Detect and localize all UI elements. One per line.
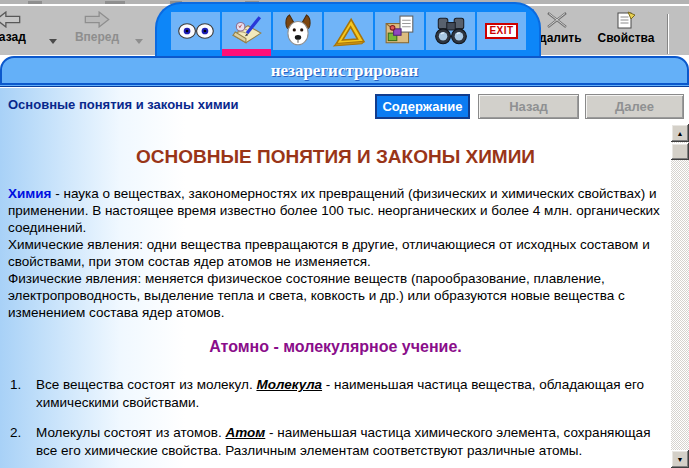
term-chemistry: Химия <box>8 186 51 201</box>
exit-label: EXIT <box>485 23 517 39</box>
back-label: Назад <box>0 30 42 44</box>
forward-arrow-icon <box>84 11 110 28</box>
page-back-button[interactable]: Назад <box>478 94 579 119</box>
forward-label: Вперед <box>62 30 132 44</box>
registration-banner: незарегистрирован <box>0 56 689 85</box>
content-area: Основные понятия и законы химии Содержан… <box>0 88 689 468</box>
lesson-text: ОСНОВНЫЕ ПОНЯТИЯ И ЗАКОНЫ ХИМИИ Химия - … <box>0 124 667 460</box>
registration-banner-text: незарегистрирован <box>2 58 687 83</box>
back-arrow-icon <box>0 11 21 28</box>
scroll-up-button[interactable]: ▲ <box>671 124 689 142</box>
eyes-icon[interactable] <box>171 12 220 50</box>
mail-photos-icon[interactable] <box>375 12 424 50</box>
section-heading: Атомно - молекулярное учение. <box>8 338 663 356</box>
properties-button[interactable]: Свойства <box>593 9 659 53</box>
toolbar-separator <box>667 14 669 54</box>
list-text-pre: Все вещества состоят из молекул. <box>36 377 256 392</box>
binoculars-icon[interactable] <box>426 12 475 50</box>
paragraph-chemistry: Химия - наука о веществах, закономерност… <box>8 185 663 236</box>
notebook-pen-icon[interactable] <box>222 12 271 50</box>
paragraph-chemical-phenomena: Химические явления: одни вещества превра… <box>8 236 663 270</box>
list-text-pre: Молекулы состоят из атомов. <box>36 425 225 440</box>
banner-underline <box>0 85 689 87</box>
lesson-paragraphs: Химия - наука о веществах, закономерност… <box>8 185 663 321</box>
back-dropdown-caret[interactable] <box>49 39 57 44</box>
delete-x-icon <box>545 11 569 29</box>
list-text: Молекулы состоят из атомов. Атом - наиме… <box>36 424 663 460</box>
properties-icon <box>615 11 637 29</box>
set-square-icon[interactable] <box>324 12 373 50</box>
top-edge-mark <box>105 1 125 4</box>
list-item: 1. Все вещества состоят из молекул. Моле… <box>8 376 663 412</box>
term-molecule: Молекула <box>256 377 322 392</box>
scroll-down-button[interactable]: ▼ <box>671 450 689 468</box>
vertical-scrollbar[interactable]: ▲ ▼ <box>671 124 689 468</box>
app-window: Назад Вперед Удалить Свойства <box>0 0 689 468</box>
dog-icon[interactable] <box>273 12 322 50</box>
page-title: Основные понятия и законы химии <box>8 97 239 112</box>
paragraph-chemistry-text: - наука о веществах, закономерностях их … <box>8 186 660 235</box>
list-text: Все вещества состоят из молекул. Молекул… <box>36 376 663 412</box>
app-toolbar: EXIT <box>155 2 541 56</box>
back-button[interactable]: Назад <box>0 9 42 53</box>
list-item: 2. Молекулы состоят из атомов. Атом - на… <box>8 424 663 460</box>
forward-dropdown-caret[interactable] <box>135 39 143 44</box>
list-number: 2. <box>10 424 36 460</box>
top-edge-mark <box>28 1 42 4</box>
numbered-list: 1. Все вещества состоят из молекул. Моле… <box>8 376 663 460</box>
lesson-main-title: ОСНОВНЫЕ ПОНЯТИЯ И ЗАКОНЫ ХИМИИ <box>8 146 663 168</box>
page-next-button[interactable]: Далее <box>585 94 684 119</box>
active-tool-indicator <box>222 49 271 56</box>
term-atom: Атом <box>225 425 265 440</box>
properties-label: Свойства <box>593 31 659 45</box>
forward-button[interactable]: Вперед <box>62 9 132 53</box>
paragraph-physical-phenomena: Физические явления: меняется физическое … <box>8 270 663 321</box>
list-number: 1. <box>10 376 36 412</box>
exit-icon[interactable]: EXIT <box>477 12 526 50</box>
contents-button[interactable]: Содержание <box>375 94 470 119</box>
scrollbar-thumb[interactable] <box>671 143 689 160</box>
